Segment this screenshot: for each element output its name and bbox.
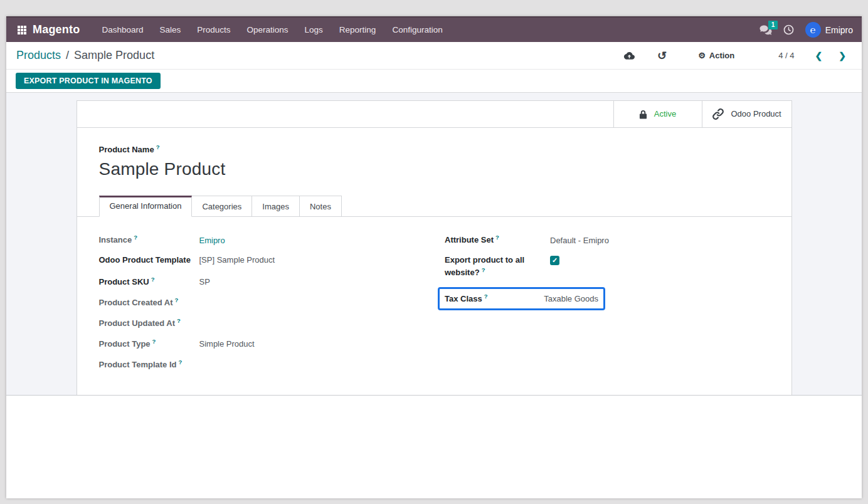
messages-count-badge: 1	[768, 21, 778, 29]
user-menu[interactable]: ℮ Emipro	[805, 22, 853, 38]
notebook-tabs: General Information Categories Images No…	[77, 196, 791, 217]
product-template-id-label: Product Template Id?	[99, 358, 199, 371]
help-marker: ?	[152, 338, 156, 345]
main-menu: Dashboard Sales Products Operations Logs…	[93, 18, 450, 42]
pager-next-button[interactable]: ❯	[833, 48, 852, 63]
menu-configuration[interactable]: Configuration	[384, 18, 450, 42]
active-stat-button[interactable]: Active	[613, 101, 702, 127]
form-sheet: Active Odoo Product Pro	[77, 100, 792, 395]
instance-label: Instance?	[99, 233, 199, 246]
help-marker: ?	[174, 297, 178, 303]
tax-class-value[interactable]: Taxable Goods	[544, 293, 598, 305]
revert-history-button[interactable]: ↺	[648, 48, 675, 63]
product-updated-at-label: Product Updated At?	[99, 317, 199, 330]
activities-menu[interactable]	[783, 24, 794, 35]
field-odoo-product-template: Odoo Product Template [SP] Sample Produc…	[99, 255, 435, 268]
product-type-value: Simple Product	[199, 339, 255, 350]
menu-operations[interactable]: Operations	[239, 18, 297, 42]
field-tax-class-focused: Tax Class? Taxable Goods	[438, 287, 605, 310]
help-marker: ?	[482, 266, 485, 273]
control-panel-right: ↺ ⚙ Action 4 / 4 ❮ ❯	[615, 48, 852, 63]
record-pager-value: 4 / 4	[778, 51, 794, 60]
help-marker: ?	[134, 234, 137, 241]
field-export-to-all-websites: Export product to all website?? ✓	[445, 255, 770, 280]
export-product-button[interactable]: EXPORT PRODUCT IN MAGENTO	[16, 73, 161, 89]
odoo-product-template-label: Odoo Product Template	[99, 255, 199, 266]
tax-class-label: Tax Class?	[445, 292, 488, 305]
help-marker: ?	[177, 317, 181, 324]
export-to-all-websites-checkbox[interactable]: ✓	[550, 256, 559, 265]
cloud-upload-icon	[623, 51, 635, 60]
app-window: Magento Dashboard Sales Products Operati…	[6, 16, 862, 498]
user-name: Emipro	[825, 25, 853, 35]
menu-reporting[interactable]: Reporting	[331, 18, 384, 42]
sheet-body: Product Name? Sample Product General Inf…	[77, 128, 791, 395]
field-product-updated-at: Product Updated At?	[99, 317, 435, 330]
field-attribute-set: Attribute Set? Default - Emipro	[445, 233, 770, 246]
user-avatar: ℮	[805, 22, 821, 38]
odoo-product-template-value: [SP] Sample Product	[199, 255, 275, 266]
product-type-label: Product Type?	[99, 337, 199, 350]
breadcrumb-parent-link[interactable]: Products	[16, 49, 61, 62]
odoo-product-stat-label: Odoo Product	[731, 109, 781, 119]
navbar-systray: 1 ℮ Emipro	[760, 22, 853, 38]
product-created-at-label: Product Created At?	[99, 296, 199, 309]
menu-dashboard[interactable]: Dashboard	[93, 18, 151, 42]
right-field-column: Attribute Set? Default - Emipro Export p…	[434, 233, 770, 379]
clock-icon	[783, 24, 794, 35]
menu-sales[interactable]: Sales	[151, 18, 189, 42]
tab-general-information[interactable]: General Information	[99, 196, 193, 217]
tab-categories[interactable]: Categories	[192, 196, 252, 217]
field-product-template-id: Product Template Id?	[99, 358, 435, 371]
help-marker: ?	[179, 359, 183, 365]
form-view: Active Odoo Product Pro	[6, 93, 862, 395]
chatter-area	[6, 395, 862, 498]
link-chain-icon	[712, 108, 724, 120]
help-marker: ?	[156, 144, 160, 150]
breadcrumb-separator: /	[66, 49, 69, 62]
action-menu-button[interactable]: ⚙ Action	[692, 48, 741, 63]
menu-products[interactable]: Products	[189, 18, 238, 42]
tab-images[interactable]: Images	[252, 196, 300, 217]
field-product-type: Product Type? Simple Product	[99, 337, 435, 350]
desktop-background: Magento Dashboard Sales Products Operati…	[0, 0, 868, 504]
breadcrumb: Products / Sample Product	[16, 49, 154, 62]
lock-icon	[639, 110, 647, 119]
stat-button-box: Active Odoo Product	[77, 101, 791, 128]
main-navbar: Magento Dashboard Sales Products Operati…	[6, 16, 862, 42]
breadcrumb-current: Sample Product	[74, 49, 154, 62]
history-icon: ↺	[657, 51, 667, 61]
app-brand[interactable]: Magento	[33, 23, 80, 36]
help-marker: ?	[495, 234, 499, 241]
product-name-label: Product Name?	[99, 144, 770, 154]
save-to-cloud-button[interactable]	[615, 49, 643, 62]
field-product-sku: Product SKU? SP	[99, 275, 435, 288]
field-instance: Instance? Emipro	[99, 233, 435, 246]
apps-grid-icon[interactable]	[18, 26, 26, 34]
control-panel: Products / Sample Product ↺ ⚙ Ac	[6, 42, 862, 70]
odoo-product-stat-button[interactable]: Odoo Product	[702, 101, 791, 127]
action-menu-label: Action	[709, 51, 734, 60]
attribute-set-value: Default - Emipro	[550, 235, 609, 247]
field-product-created-at: Product Created At?	[99, 296, 435, 309]
help-marker: ?	[151, 276, 155, 283]
product-sku-value: SP	[199, 276, 210, 288]
gear-icon: ⚙	[698, 51, 706, 60]
product-sku-label: Product SKU?	[99, 275, 199, 288]
field-columns: Instance? Emipro Odoo Product Template […	[99, 233, 770, 379]
product-name-value[interactable]: Sample Product	[99, 159, 770, 179]
help-marker: ?	[484, 293, 488, 300]
active-stat-label: Active	[654, 109, 676, 119]
form-statusbar: EXPORT PRODUCT IN MAGENTO	[6, 70, 862, 93]
export-to-all-websites-label: Export product to all website??	[445, 255, 550, 280]
attribute-set-label: Attribute Set?	[445, 233, 550, 246]
instance-value-link[interactable]: Emipro	[199, 235, 225, 247]
left-field-column: Instance? Emipro Odoo Product Template […	[99, 233, 435, 379]
menu-logs[interactable]: Logs	[297, 18, 331, 42]
tab-notes[interactable]: Notes	[300, 196, 342, 217]
pager-previous-button[interactable]: ❮	[810, 48, 828, 63]
messages-menu[interactable]: 1	[760, 25, 772, 35]
